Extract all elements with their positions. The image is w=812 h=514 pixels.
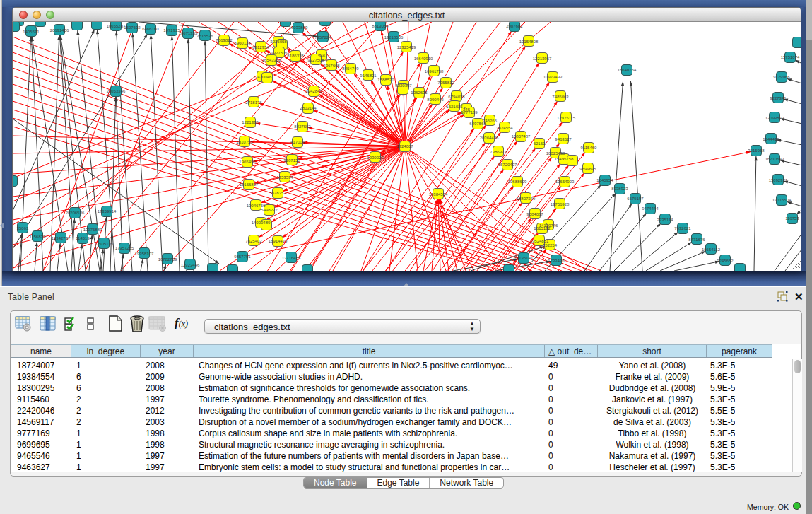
svg-text:8813054: 8813054 (372, 24, 389, 28)
svg-text:17957255: 17957255 (115, 246, 134, 250)
svg-text:19756928: 19756928 (551, 202, 570, 206)
svg-text:1640954: 1640954 (596, 178, 613, 182)
svg-text:1362635: 1362635 (411, 90, 428, 95)
svg-text:2087682: 2087682 (506, 24, 523, 28)
svg-text:7632621: 7632621 (674, 226, 691, 230)
svg-text:9146821: 9146821 (360, 74, 377, 78)
svg-text:2935114: 2935114 (657, 218, 674, 222)
svg-text:20053346: 20053346 (107, 89, 126, 93)
svg-text:116753: 116753 (785, 216, 799, 221)
svg-text:9245652: 9245652 (717, 259, 734, 263)
svg-text:12923446: 12923446 (181, 263, 200, 267)
svg-text:2803144: 2803144 (300, 106, 317, 110)
svg-text:7625402: 7625402 (245, 239, 262, 243)
svg-text:8912954: 8912954 (252, 45, 269, 49)
svg-text:9699695: 9699695 (579, 167, 596, 171)
svg-text:417004: 417004 (290, 140, 305, 144)
svg-text:20364436: 20364436 (480, 136, 499, 140)
svg-text:35061: 35061 (17, 226, 29, 230)
svg-text:14099489: 14099489 (252, 221, 271, 225)
svg-text:15720407: 15720407 (498, 163, 517, 167)
svg-text:3215958: 3215958 (748, 148, 765, 153)
svg-text:1527602: 1527602 (124, 25, 141, 30)
svg-text:1405571: 1405571 (23, 30, 40, 34)
svg-text:16543382: 16543382 (262, 58, 281, 62)
svg-text:7955812: 7955812 (437, 81, 454, 85)
svg-text:7485063: 7485063 (552, 95, 569, 99)
svg-text:16782759: 16782759 (158, 257, 177, 262)
svg-text:19218506: 19218506 (384, 35, 404, 40)
svg-text:15495758: 15495758 (555, 157, 574, 161)
svg-text:1588520: 1588520 (377, 78, 394, 82)
svg-text:13654923: 13654923 (555, 180, 575, 184)
svg-text:114519: 114519 (76, 236, 90, 240)
svg-text:1724007: 1724007 (396, 144, 413, 148)
svg-text:3267150: 3267150 (283, 158, 300, 163)
svg-text:9857791: 9857791 (234, 255, 251, 259)
svg-text:10671355: 10671355 (179, 31, 198, 35)
svg-text:8220337: 8220337 (395, 83, 412, 88)
svg-text:2367608: 2367608 (323, 64, 340, 68)
svg-text:12325419: 12325419 (397, 45, 416, 49)
svg-text:20691406: 20691406 (50, 28, 69, 33)
svg-text:9463627: 9463627 (555, 137, 572, 141)
svg-text:13975887: 13975887 (83, 228, 102, 232)
svg-text:9129966: 9129966 (773, 75, 790, 79)
svg-text:10154808: 10154808 (519, 40, 539, 44)
svg-text:17359914: 17359914 (98, 209, 117, 214)
svg-text:8960124: 8960124 (234, 41, 251, 45)
svg-text:14136141: 14136141 (514, 256, 534, 260)
svg-text:1353594: 1353594 (276, 175, 293, 180)
svg-text:9115460: 9115460 (581, 146, 598, 150)
svg-text:10654112: 10654112 (702, 247, 721, 252)
svg-text:17016504: 17016504 (772, 198, 792, 202)
svg-text:15751074: 15751074 (781, 55, 800, 59)
svg-text:7515526: 7515526 (196, 34, 213, 38)
svg-text:20206536: 20206536 (66, 211, 85, 215)
svg-text:2718176: 2718176 (245, 100, 262, 105)
svg-text:7386372: 7386372 (490, 150, 507, 154)
svg-text:8471676: 8471676 (688, 238, 705, 242)
svg-text:6679197: 6679197 (627, 197, 644, 201)
svg-text:1965495: 1965495 (239, 160, 256, 164)
svg-text:19958107: 19958107 (135, 252, 154, 256)
svg-text:1244415: 1244415 (763, 137, 779, 141)
svg-text:6794028: 6794028 (448, 95, 465, 99)
svg-text:9474444: 9474444 (642, 206, 659, 211)
svg-text:62160: 62160 (534, 141, 546, 146)
svg-text:9242845: 9242845 (305, 89, 322, 93)
svg-text:10025438: 10025438 (546, 151, 565, 156)
svg-text:8186328: 8186328 (287, 54, 304, 58)
svg-text:252254: 252254 (543, 243, 558, 247)
svg-text:12975115: 12975115 (557, 116, 576, 120)
svg-text:16648764: 16648764 (618, 68, 637, 72)
svg-text:16033809: 16033809 (289, 25, 308, 30)
svg-text:19166827: 19166827 (240, 182, 259, 187)
svg-text:19384554: 19384554 (429, 192, 448, 197)
svg-text:10655287: 10655287 (107, 24, 126, 28)
svg-text:9327505: 9327505 (271, 51, 288, 55)
svg-text:8990443: 8990443 (427, 98, 444, 102)
svg-text:1930023: 1930023 (367, 156, 384, 160)
svg-text:3624554: 3624554 (496, 126, 513, 130)
svg-text:16640910: 16640910 (414, 57, 433, 61)
svg-text:6497568: 6497568 (469, 122, 486, 126)
svg-text:10688609: 10688609 (508, 180, 527, 184)
svg-text:13716485: 13716485 (282, 256, 301, 260)
svg-text:10973493: 10973493 (543, 75, 563, 79)
svg-text:1733426: 1733426 (548, 259, 565, 263)
svg-text:9084067: 9084067 (526, 212, 543, 216)
svg-text:16914479: 16914479 (269, 239, 288, 243)
svg-text:8938923: 8938923 (611, 187, 628, 191)
svg-text:12213967: 12213967 (533, 57, 552, 61)
svg-text:1621025: 1621025 (446, 105, 463, 109)
svg-text:16210643: 16210643 (765, 157, 784, 161)
svg-text:13692921: 13692921 (769, 178, 788, 182)
svg-text:9227341: 9227341 (770, 96, 787, 100)
svg-text:12505135: 12505135 (95, 242, 114, 246)
svg-text:1156829: 1156829 (30, 235, 47, 239)
svg-text:3226058: 3226058 (270, 40, 287, 44)
svg-text:1810755: 1810755 (236, 140, 253, 144)
svg-text:1221338: 1221338 (242, 120, 259, 124)
svg-text:1615132: 1615132 (534, 226, 551, 230)
